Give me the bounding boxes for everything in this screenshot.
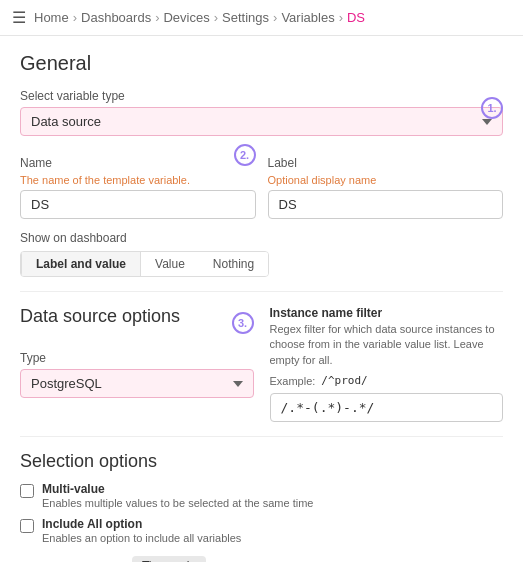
toggle-group: Label and value Value Nothing	[20, 251, 269, 277]
toggle-value[interactable]: Value	[141, 252, 199, 276]
datasource-options-section: Data source options 3. Type PostgreSQL I…	[20, 306, 503, 422]
header: ☰ Home › Dashboards › Devices › Settings…	[0, 0, 523, 36]
example-label: Example:	[270, 375, 316, 387]
sep3: ›	[214, 10, 218, 25]
toggle-label-and-value[interactable]: Label and value	[21, 252, 141, 276]
type-select[interactable]: PostgreSQL	[20, 369, 254, 398]
label-section: Label Optional display name	[268, 146, 504, 219]
breadcrumb-home[interactable]: Home	[34, 10, 69, 25]
sep4: ›	[273, 10, 277, 25]
variable-type-container: Select variable type Data source 1.	[20, 89, 503, 136]
label-input[interactable]	[268, 190, 504, 219]
multi-value-label: Multi-value	[42, 482, 313, 496]
preview-badge: Timescale	[132, 556, 206, 562]
breadcrumb: Home › Dashboards › Devices › Settings ›…	[34, 10, 365, 25]
breadcrumb-settings[interactable]: Settings	[222, 10, 269, 25]
include-all-text: Include All option Enables an option to …	[42, 517, 241, 544]
divider1	[20, 291, 503, 292]
example-row: Example: /^prod/	[270, 374, 504, 387]
instance-filter-section: Instance name filter Regex filter for wh…	[254, 306, 504, 422]
include-all-row: Include All option Enables an option to …	[20, 517, 503, 544]
breadcrumb-dashboards[interactable]: Dashboards	[81, 10, 151, 25]
name-hint: The name of the template variable.	[20, 174, 256, 186]
variable-type-select[interactable]: Data source	[20, 107, 503, 136]
show-on-dashboard-section: Show on dashboard Label and value Value …	[20, 231, 503, 277]
variable-type-label: Select variable type	[20, 89, 503, 103]
name-section: Name The name of the template variable. …	[20, 146, 256, 219]
step3-badge: 3.	[232, 312, 254, 334]
type-label: Type	[20, 351, 254, 365]
general-title: General	[20, 52, 503, 75]
sep2: ›	[155, 10, 159, 25]
filter-input[interactable]	[270, 393, 504, 422]
show-on-dashboard-label: Show on dashboard	[20, 231, 503, 245]
label-label: Label	[268, 156, 504, 170]
toggle-nothing[interactable]: Nothing	[199, 252, 268, 276]
breadcrumb-devices[interactable]: Devices	[163, 10, 209, 25]
include-all-checkbox[interactable]	[20, 519, 34, 533]
datasource-options-left: Data source options 3. Type PostgreSQL	[20, 306, 254, 398]
multi-value-desc: Enables multiple values to be selected a…	[42, 497, 313, 509]
instance-filter-label: Instance name filter	[270, 306, 504, 320]
step2-badge: 2.	[234, 144, 256, 166]
multi-value-text: Multi-value Enables multiple values to b…	[42, 482, 313, 509]
instance-filter-desc: Regex filter for which data source insta…	[270, 322, 504, 368]
step1-badge: 1.	[481, 97, 503, 119]
multi-value-row: Multi-value Enables multiple values to b…	[20, 482, 503, 509]
sep5: ›	[339, 10, 343, 25]
example-value: /^prod/	[321, 374, 367, 387]
sep1: ›	[73, 10, 77, 25]
name-label: Name	[20, 156, 256, 170]
breadcrumb-current: DS	[347, 10, 365, 25]
content: General Select variable type Data source…	[0, 36, 523, 562]
menu-icon[interactable]: ☰	[12, 8, 26, 27]
divider2	[20, 436, 503, 437]
datasource-options-title: Data source options	[20, 306, 180, 327]
preview-row: Preview of values Timescale	[20, 556, 503, 562]
breadcrumb-variables[interactable]: Variables	[281, 10, 334, 25]
label-hint: Optional display name	[268, 174, 504, 186]
selection-options-title: Selection options	[20, 451, 503, 472]
include-all-desc: Enables an option to include all variabl…	[42, 532, 241, 544]
include-all-label: Include All option	[42, 517, 241, 531]
multi-value-checkbox[interactable]	[20, 484, 34, 498]
name-input[interactable]	[20, 190, 256, 219]
